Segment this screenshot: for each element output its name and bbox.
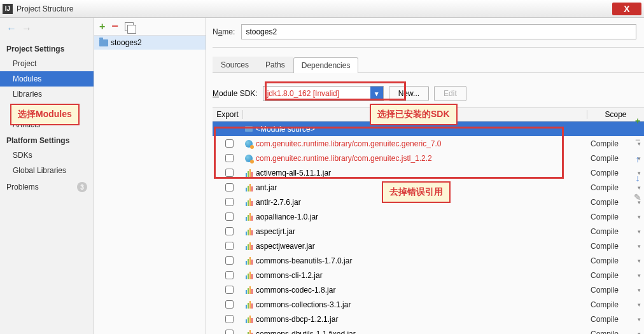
library-icon — [245, 140, 253, 148]
sidebar-item-project[interactable]: Project — [0, 56, 94, 71]
tab-sources[interactable]: Sources — [213, 57, 257, 73]
dependency-name: commons-cli-1.2.jar — [255, 271, 587, 280]
scope-value[interactable]: Compile — [587, 286, 638, 295]
dependency-tools: + − ↑ ↓ ✎ — [631, 116, 644, 202]
scope-value[interactable]: Compile — [587, 183, 638, 192]
chevron-down-icon: ▾ — [638, 302, 644, 308]
jar-icon — [246, 184, 253, 191]
dependency-row[interactable]: com.genuitec.runtime.library/com.genuite… — [213, 136, 644, 151]
module-sdk-row: Module SDK: jdk1.8.0_162 [Invalid] ▼ New… — [213, 86, 644, 101]
sidebar: ← → Project Settings Project Modules Lib… — [0, 18, 94, 334]
dependency-name: commons-dbcp-1.2.1.jar — [255, 315, 587, 324]
scope-value[interactable]: Compile — [587, 227, 638, 236]
export-checkbox[interactable] — [225, 139, 234, 148]
sidebar-item-sdks[interactable]: SDKs — [0, 148, 94, 163]
remove-dependency-icon: − — [635, 135, 640, 145]
export-checkbox[interactable] — [225, 169, 234, 177]
module-sdk-value: jdk1.8.0_162 [Invalid] — [263, 89, 370, 98]
dependency-name: commons-collections-3.1.jar — [255, 300, 587, 309]
folder-icon — [245, 126, 253, 132]
scope-value[interactable]: Compile — [587, 330, 638, 335]
remove-module-icon[interactable]: − — [111, 20, 118, 33]
export-checkbox[interactable] — [225, 286, 234, 294]
export-checkbox[interactable] — [225, 315, 234, 323]
scope-value[interactable]: Compile — [587, 212, 638, 221]
chevron-down-icon: ▾ — [638, 287, 644, 293]
dependency-name: commons-beanutils-1.7.0.jar — [255, 256, 587, 265]
scope-value[interactable]: Compile — [587, 315, 638, 324]
export-checkbox[interactable] — [225, 154, 234, 162]
dependencies-table: Export Scope <Module source>com.genuitec… — [213, 108, 644, 334]
scope-value[interactable]: Compile — [587, 300, 638, 309]
scope-value[interactable]: Compile — [587, 256, 638, 265]
sidebar-item-global-libraries[interactable]: Global Libraries — [0, 163, 94, 178]
add-dependency-icon[interactable]: + — [635, 116, 640, 126]
dependency-name: aspectjweaver.jar — [255, 242, 587, 251]
move-up-icon[interactable]: ↑ — [636, 154, 640, 164]
window-title: Project Structure — [17, 4, 73, 13]
scope-value[interactable]: Compile — [587, 242, 638, 251]
dependency-row[interactable]: commons-codec-1.8.jarCompile▾ — [213, 282, 644, 297]
module-name: stooges2 — [111, 38, 142, 47]
dependency-row[interactable]: commons-collections-3.1.jarCompile▾ — [213, 297, 644, 312]
module-name-input[interactable] — [241, 24, 636, 39]
sidebar-item-problems[interactable]: Problems 3 — [0, 178, 94, 195]
move-down-icon[interactable]: ↓ — [636, 173, 640, 183]
scope-value[interactable]: Compile — [587, 271, 638, 280]
folder-icon — [99, 39, 108, 46]
dependency-name: aopalliance-1.0.jar — [255, 212, 587, 221]
edit-dependency-icon: ✎ — [634, 192, 641, 202]
jar-icon — [246, 301, 253, 309]
dependency-row[interactable]: commons-beanutils-1.7.0.jarCompile▾ — [213, 253, 644, 268]
nav-forward-icon: → — [22, 23, 32, 34]
dependency-row[interactable]: com.genuitec.runtime.library/com.genuite… — [213, 151, 644, 165]
chevron-down-icon: ▼ — [370, 87, 383, 101]
sidebar-item-libraries[interactable]: Libraries — [0, 87, 94, 102]
module-sdk-label: Module SDK: — [213, 89, 258, 98]
dependency-name: <Module source> — [255, 125, 587, 134]
section-project-settings: Project Settings — [0, 41, 94, 56]
module-details: Name: Sources Paths Dependencies Module … — [206, 18, 644, 334]
scope-value[interactable]: Compile — [587, 169, 638, 177]
chevron-down-icon: ▾ — [638, 214, 644, 220]
module-tree-item[interactable]: stooges2 — [94, 36, 206, 50]
export-checkbox[interactable] — [225, 227, 234, 235]
export-checkbox[interactable] — [225, 183, 234, 191]
dependency-name: aspectjrt.jar — [255, 227, 587, 236]
library-icon — [245, 155, 253, 162]
sidebar-item-modules[interactable]: Modules — [0, 71, 94, 87]
export-checkbox[interactable] — [225, 271, 234, 279]
export-checkbox[interactable] — [225, 242, 234, 250]
dependency-name: com.genuitec.runtime.library/com.genuite… — [255, 154, 587, 163]
tab-paths[interactable]: Paths — [257, 57, 293, 73]
close-button[interactable]: X — [612, 3, 641, 15]
module-sdk-select[interactable]: jdk1.8.0_162 [Invalid] ▼ — [263, 86, 384, 101]
dependency-row[interactable]: commons-cli-1.2.jarCompile▾ — [213, 268, 644, 282]
col-export[interactable]: Export — [213, 110, 243, 119]
dependency-row[interactable]: aspectjrt.jarCompile▾ — [213, 224, 644, 239]
dependency-row[interactable]: commons-dbcp-1.2.1.jarCompile▾ — [213, 312, 644, 326]
export-checkbox[interactable] — [225, 330, 234, 334]
export-checkbox[interactable] — [225, 198, 234, 206]
callout-sdk: 选择已安装的SDK — [370, 104, 458, 125]
tab-dependencies[interactable]: Dependencies — [293, 57, 359, 73]
jar-icon — [246, 316, 253, 323]
scope-value[interactable]: Compile — [587, 139, 638, 148]
copy-module-icon[interactable] — [125, 22, 134, 31]
chevron-down-icon: ▾ — [638, 316, 644, 323]
scope-value[interactable]: Compile — [587, 154, 638, 163]
section-platform-settings: Platform Settings — [0, 132, 94, 148]
dependency-row[interactable]: aspectjweaver.jarCompile▾ — [213, 239, 644, 253]
dependency-row[interactable]: commons-dbutils-1.1.fixed.jarCompile▾ — [213, 326, 644, 334]
add-module-icon[interactable]: + — [99, 21, 105, 32]
scope-value[interactable]: Compile — [587, 198, 638, 207]
export-checkbox[interactable] — [225, 212, 234, 221]
nav-back-icon[interactable]: ← — [6, 23, 17, 34]
export-checkbox[interactable] — [225, 256, 234, 265]
jar-icon — [246, 272, 253, 279]
sdk-new-button[interactable]: New... — [389, 86, 429, 101]
dependency-row[interactable]: activemq-all-5.11.1.jarCompile▾ — [213, 165, 644, 180]
dependency-row[interactable]: aopalliance-1.0.jarCompile▾ — [213, 209, 644, 224]
callout-modules: 选择Modules — [10, 104, 80, 125]
export-checkbox[interactable] — [225, 300, 234, 309]
